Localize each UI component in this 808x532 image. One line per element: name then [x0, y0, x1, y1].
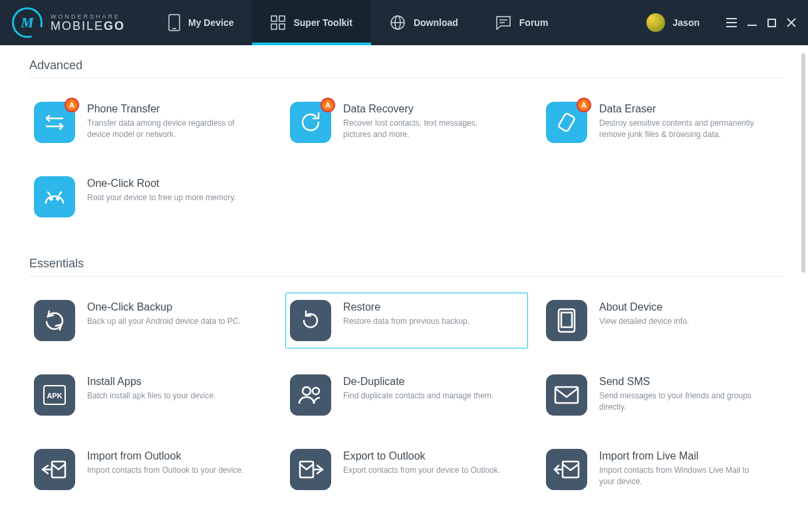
card-title: One-Click Root: [87, 178, 236, 190]
card-import-live-mail[interactable]: Import from Live Mail Import contacts fr…: [541, 442, 784, 497]
svg-rect-5: [279, 24, 285, 29]
scrollbar[interactable]: [801, 53, 805, 273]
card-title: Restore: [343, 301, 470, 313]
card-desc: Batch install apk files to your device.: [87, 390, 215, 402]
card-de-duplicate[interactable]: De-Duplicate Find duplicate contacts and…: [285, 367, 528, 423]
card-desc: Restore data from previous backup.: [343, 316, 470, 327]
card-desc: Import contacts from Outlook to your dev…: [87, 465, 243, 476]
restore-icon: [290, 300, 331, 341]
card-export-outlook[interactable]: Export to Outlook Export contacts from y…: [285, 442, 528, 497]
topbar: M WONDERSHARE MOBILEGO My Device Super T…: [0, 0, 808, 45]
recovery-icon: [290, 102, 331, 143]
svg-point-21: [51, 198, 53, 200]
nav-forum[interactable]: Forum: [477, 0, 567, 45]
card-desc: Export contacts from your device to Outl…: [343, 465, 500, 476]
card-title: De-Duplicate: [343, 376, 493, 388]
menu-icon[interactable]: [726, 18, 737, 27]
svg-rect-29: [555, 387, 578, 403]
card-desc: Transfer data among device regardless of…: [87, 118, 247, 140]
content-area: Advanced Phone Transfer Transfer data am…: [0, 45, 808, 532]
premium-badge-icon: [577, 98, 591, 112]
card-desc: Send messages to your friends and groups…: [599, 390, 759, 413]
export-icon: [290, 449, 331, 490]
transfer-icon: [34, 102, 75, 143]
section-title-advanced: Advanced: [29, 59, 784, 72]
nav-label: Download: [414, 17, 458, 28]
svg-rect-4: [271, 24, 277, 29]
main-nav: My Device Super Toolkit Download Forum: [150, 0, 637, 45]
card-data-eraser[interactable]: Data Eraser Destroy sensitive contents a…: [541, 94, 784, 150]
svg-text:APK: APK: [47, 392, 62, 400]
card-desc: Destroy sensitive contents and permanent…: [599, 118, 759, 140]
contacts-icon: [290, 374, 331, 416]
card-install-apps[interactable]: APK Install Apps Batch install apk files…: [29, 367, 272, 423]
card-data-recovery[interactable]: Data Recovery Recover lost contacts, tex…: [285, 94, 528, 150]
svg-rect-2: [271, 16, 277, 21]
divider: [29, 276, 784, 277]
card-desc: Back up all your Android device data to …: [87, 316, 241, 327]
svg-rect-3: [279, 16, 285, 21]
card-title: Data Eraser: [599, 103, 759, 115]
import-icon: [34, 449, 75, 490]
device-icon: [168, 14, 180, 31]
card-one-click-backup[interactable]: One-Click Backup Back up all your Androi…: [29, 293, 272, 348]
brand-logo: M WONDERSHARE MOBILEGO: [0, 0, 150, 45]
card-title: One-Click Backup: [87, 301, 241, 313]
card-about-device[interactable]: About Device View detailed device info.: [541, 293, 784, 348]
card-title: Send SMS: [599, 376, 759, 388]
card-desc: Recover lost contacts, text messages, pi…: [343, 118, 503, 140]
import-mail-icon: [546, 449, 587, 490]
svg-point-22: [57, 198, 59, 200]
nav-label: Forum: [519, 17, 549, 28]
essentials-grid: One-Click Backup Back up all your Androi…: [29, 293, 784, 497]
envelope-icon: [546, 374, 587, 416]
eraser-icon: [546, 102, 587, 143]
nav-download[interactable]: Download: [371, 0, 477, 45]
card-import-outlook[interactable]: Import from Outlook Import contacts from…: [29, 442, 272, 497]
logo-icon: M: [12, 7, 43, 38]
svg-rect-18: [558, 113, 575, 132]
card-title: About Device: [599, 301, 689, 313]
user-area[interactable]: Jason: [637, 0, 709, 45]
premium-badge-icon: [65, 98, 79, 112]
svg-line-20: [59, 192, 61, 195]
card-desc: View detailed device info.: [599, 316, 689, 327]
svg-rect-15: [768, 19, 775, 27]
svg-point-27: [303, 387, 311, 395]
section-title-essentials: Essentials: [29, 257, 784, 271]
root-icon: [34, 176, 75, 217]
svg-rect-24: [561, 313, 572, 327]
card-desc: Find duplicate contacts and manage them.: [343, 390, 493, 402]
card-title: Data Recovery: [343, 103, 503, 115]
card-desc: Root your device to free up more memory.: [87, 192, 236, 203]
maximize-icon[interactable]: [767, 19, 776, 27]
card-title: Export to Outlook: [343, 450, 500, 462]
backup-icon: [34, 300, 75, 341]
window-controls: [709, 0, 808, 45]
user-name: Jason: [673, 17, 700, 28]
brand-main: MOBILEGO: [51, 20, 125, 32]
device-info-icon: [546, 300, 587, 341]
card-title: Import from Outlook: [87, 450, 243, 462]
premium-badge-icon: [321, 98, 335, 112]
divider: [29, 78, 784, 78]
svg-point-28: [313, 388, 319, 394]
card-desc: Import contacts from Windows Live Mail t…: [599, 465, 759, 487]
advanced-grid: Phone Transfer Transfer data among devic…: [29, 94, 784, 225]
minimize-icon[interactable]: [747, 18, 757, 27]
avatar: [646, 13, 665, 32]
forum-icon: [495, 15, 511, 30]
nav-label: My Device: [188, 17, 233, 28]
apk-icon: APK: [34, 374, 75, 416]
svg-line-19: [48, 192, 50, 195]
card-title: Phone Transfer: [87, 103, 247, 115]
nav-label: Super Toolkit: [293, 17, 352, 28]
nav-super-toolkit[interactable]: Super Toolkit: [252, 0, 370, 45]
card-one-click-root[interactable]: One-Click Root Root your device to free …: [29, 169, 272, 225]
card-phone-transfer[interactable]: Phone Transfer Transfer data among devic…: [29, 94, 272, 150]
nav-my-device[interactable]: My Device: [150, 0, 252, 45]
card-restore[interactable]: Restore Restore data from previous backu…: [285, 293, 528, 348]
card-send-sms[interactable]: Send SMS Send messages to your friends a…: [541, 367, 784, 423]
card-title: Import from Live Mail: [599, 450, 759, 462]
close-icon[interactable]: [787, 18, 796, 27]
